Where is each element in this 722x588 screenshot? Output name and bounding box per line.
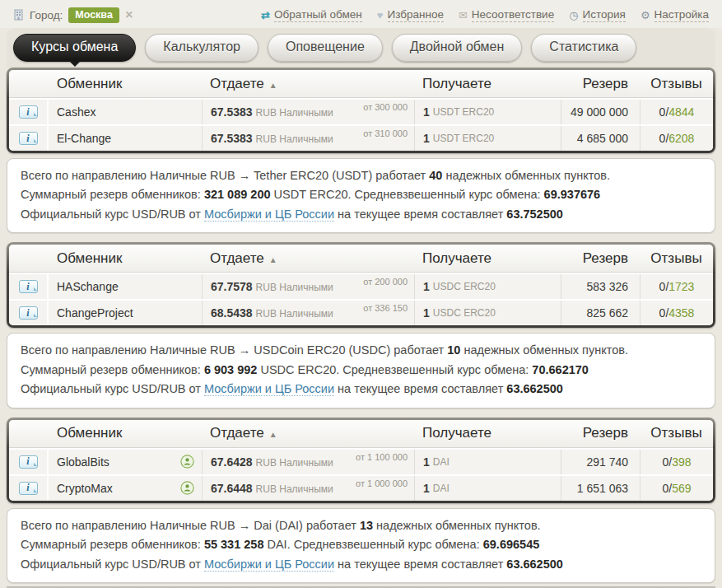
column-header-get[interactable]: Получаете xyxy=(414,76,561,92)
column-header-exchanger[interactable]: Обменник xyxy=(49,76,202,92)
exchanger-name[interactable]: El-Change xyxy=(57,132,111,145)
official-rate: 63.662500 xyxy=(506,382,563,395)
column-header-reviews[interactable]: Отзывы xyxy=(640,250,713,267)
column-header-get[interactable]: Получаете xyxy=(414,425,561,441)
table-header-row: Обменник Отдаете▲ Получаете Резерв Отзыв… xyxy=(9,70,713,98)
summary-line-1: Всего по направлению Наличные RUB → Teth… xyxy=(21,166,701,185)
exchanger-count: 10 xyxy=(447,343,460,357)
history-link[interactable]: ◷ История xyxy=(569,8,626,22)
exchanger-name[interactable]: HASchange xyxy=(57,280,119,293)
total-reserve: 6 903 992 xyxy=(204,363,258,376)
rate-value: 67.6448 xyxy=(211,482,253,495)
table-header-row: Обменник Отдаете▲ Получаете Резерв Отзыв… xyxy=(9,245,713,273)
official-rate: 63.752500 xyxy=(506,208,563,221)
reserve-value: 825 662 xyxy=(561,301,640,325)
exchanger-name[interactable]: ChangeProject xyxy=(57,306,133,320)
column-header-reviews[interactable]: Отзывы xyxy=(640,425,713,441)
reviews-link[interactable]: 0/569 xyxy=(640,476,713,501)
give-currency: RUB Наличными xyxy=(256,282,333,293)
exchange-section-dai: Обменник Отдаете▲ Получаете Резерв Отзыв… xyxy=(7,418,715,583)
table-header-row: Обменник Отдаете▲ Получаете Резерв Отзыв… xyxy=(9,420,713,448)
get-currency: DAI xyxy=(433,483,450,494)
info-icon[interactable]: i xyxy=(19,132,38,145)
reviews-link[interactable]: 0/6208 xyxy=(640,126,713,151)
summary-line-1: Всего по направлению Наличные RUB → USDC… xyxy=(21,341,701,360)
mismatch-link[interactable]: ✉ Несоответствие xyxy=(459,8,554,22)
column-header-reviews[interactable]: Отзывы xyxy=(640,76,713,92)
favorites-link[interactable]: ♥ Избранное xyxy=(377,8,444,22)
tab-notifications[interactable]: Оповещение xyxy=(268,34,383,62)
tab-exchange-rates[interactable]: Курсы обмена xyxy=(13,34,136,62)
table-row: i GlobalBits 67.6428RUB Наличными от 1 1… xyxy=(9,448,713,474)
summary-box: Всего по направлению Наличные RUB → Teth… xyxy=(7,158,715,233)
column-header-reserve[interactable]: Резерв xyxy=(561,425,640,441)
exchanger-count: 13 xyxy=(360,519,373,532)
table-row: i HASchange 67.7578RUB Наличными от 200 … xyxy=(9,273,713,299)
info-icon[interactable]: i xyxy=(19,306,38,320)
moex-cbr-link[interactable]: Мосбиржи и ЦБ России xyxy=(204,382,334,396)
moex-cbr-link[interactable]: Мосбиржи и ЦБ России xyxy=(204,558,334,572)
info-icon[interactable]: i xyxy=(19,455,38,469)
total-reserve: 55 331 258 xyxy=(204,538,264,551)
min-amount: от 1 100 000 xyxy=(356,452,408,462)
table-row: i CryptoMax 67.6448RUB Наличными от 1 00… xyxy=(9,474,713,501)
give-currency: RUB Наличными xyxy=(256,107,333,119)
column-header-get[interactable]: Получаете xyxy=(414,250,561,267)
settings-link[interactable]: ⚙ Настройка xyxy=(640,8,709,22)
city-badge[interactable]: Москва xyxy=(68,7,119,23)
heart-icon: ♥ xyxy=(377,10,384,21)
tab-calculator[interactable]: Калькулятор xyxy=(145,34,259,62)
exchanger-name[interactable]: GlobalBits xyxy=(57,455,109,469)
reviews-link[interactable]: 0/398 xyxy=(640,450,713,474)
info-icon[interactable]: i xyxy=(19,482,38,495)
exchanger-name[interactable]: Cashex xyxy=(57,105,95,119)
reviews-link[interactable]: 0/4358 xyxy=(640,301,713,325)
get-currency: USDT ERC20 xyxy=(433,133,494,144)
city-building-icon xyxy=(13,9,24,21)
tab-double-exchange[interactable]: Двойной обмен xyxy=(392,34,523,62)
moex-cbr-link[interactable]: Мосбиржи и ЦБ России xyxy=(204,208,334,222)
summary-box: Всего по направлению Наличные RUB → USDC… xyxy=(7,333,715,408)
column-header-exchanger[interactable]: Обменник xyxy=(49,250,202,267)
min-amount: от 310 000 xyxy=(363,128,408,138)
reserve-value: 583 326 xyxy=(561,274,640,299)
summary-box: Всего по направлению Наличные RUB → Dai … xyxy=(7,508,715,583)
avg-rate: 69.696545 xyxy=(483,538,540,551)
sort-asc-icon: ▲ xyxy=(269,255,277,264)
get-amount: 1 xyxy=(423,132,430,145)
swap-arrows-icon: ⇄ xyxy=(261,10,270,21)
column-header-reserve[interactable]: Резерв xyxy=(561,250,640,267)
reverse-exchange-link[interactable]: ⇄ Обратный обмен xyxy=(261,8,362,22)
reviews-link[interactable]: 0/4844 xyxy=(640,100,713,124)
exchanger-name[interactable]: CryptoMax xyxy=(57,482,113,495)
column-header-give[interactable]: Отдаете▲ xyxy=(202,425,414,441)
city-close-icon[interactable]: ✕ xyxy=(125,9,133,21)
info-icon[interactable]: i xyxy=(19,280,38,293)
summary-line-3: Официальный курс USD/RUB от Мосбиржи и Ц… xyxy=(21,205,701,224)
get-amount: 1 xyxy=(423,482,430,495)
column-header-exchanger[interactable]: Обменник xyxy=(49,425,202,441)
exchange-table: Обменник Отдаете▲ Получаете Резерв Отзыв… xyxy=(7,68,715,153)
get-amount: 1 xyxy=(423,105,430,119)
operator-online-icon xyxy=(180,455,194,469)
summary-line-2: Суммарный резерв обменников: 6 903 992 U… xyxy=(21,361,701,380)
reserve-value: 4 685 000 xyxy=(561,126,640,151)
table-row: i Cashex 67.5383RUB Наличными от 300 000… xyxy=(9,98,713,124)
reviews-link[interactable]: 0/1723 xyxy=(640,274,713,299)
get-currency: USDC ERC20 xyxy=(433,281,496,292)
get-amount: 1 xyxy=(423,455,430,469)
reserve-value: 1 651 063 xyxy=(561,476,640,501)
history-clock-icon: ◷ xyxy=(569,10,578,21)
column-header-reserve[interactable]: Резерв xyxy=(561,76,640,92)
column-header-give[interactable]: Отдаете▲ xyxy=(202,250,414,267)
min-amount: от 336 150 xyxy=(363,303,408,313)
summary-line-3: Официальный курс USD/RUB от Мосбиржи и Ц… xyxy=(21,380,701,399)
column-header-give[interactable]: Отдаете▲ xyxy=(202,76,414,92)
min-amount: от 200 000 xyxy=(363,277,408,287)
rate-value: 67.7578 xyxy=(211,280,253,293)
min-amount: от 1 000 000 xyxy=(356,478,408,488)
table-row: i El-Change 67.5383RUB Наличными от 310 … xyxy=(9,124,713,151)
info-icon[interactable]: i xyxy=(19,105,38,119)
rate-value: 67.5383 xyxy=(211,105,253,119)
tab-statistics[interactable]: Статистика xyxy=(531,34,636,62)
